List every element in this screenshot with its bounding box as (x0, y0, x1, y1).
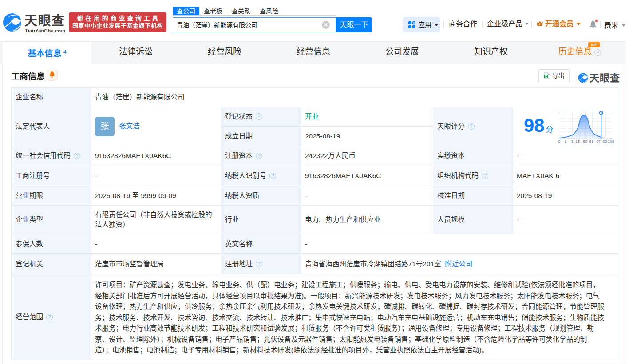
svg-text:85: 85 (589, 139, 593, 144)
svg-text:0: 0 (558, 139, 561, 144)
svg-text:97: 97 (596, 139, 601, 144)
svg-text:15: 15 (575, 139, 580, 144)
svg-text:99: 99 (603, 139, 607, 144)
svg-text:1: 1 (564, 139, 566, 144)
svg-text:3: 3 (571, 139, 573, 144)
svg-text:50: 50 (583, 139, 588, 144)
svg-text:100: 100 (608, 139, 614, 144)
